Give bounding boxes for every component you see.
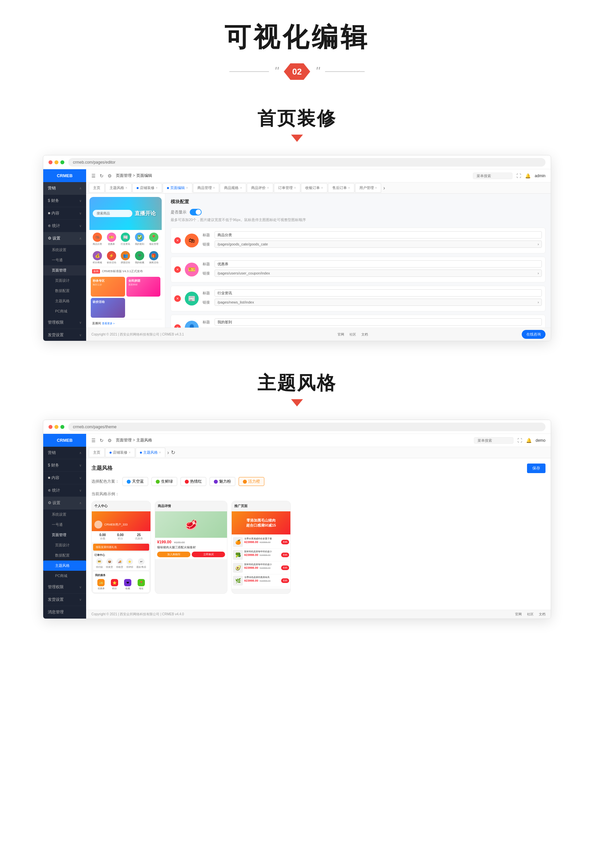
sidebar-sub-pc[interactable]: PC商城 (43, 306, 86, 316)
sidebar2-settings[interactable]: ⚙ 设置∧ (43, 497, 86, 509)
field-link-coupon[interactable]: /pages/users/user_coupon/index › (214, 270, 542, 277)
sidebar-sub-page-design[interactable]: 页面设计 (43, 276, 86, 286)
config-del-goods[interactable]: × (174, 237, 181, 244)
sidebar2-sub-page-design[interactable]: 页面设计 (43, 540, 86, 550)
tab-close-users[interactable]: × (375, 186, 377, 190)
dot-yellow-2[interactable] (55, 425, 58, 429)
more-link[interactable]: 查看更多 > (102, 322, 115, 325)
fullscreen-icon-2[interactable]: ⛶ (517, 438, 522, 443)
promo-btn-1[interactable]: 抢购 (281, 540, 289, 544)
sidebar2-sub-data-config[interactable]: 数据配置 (43, 550, 86, 561)
tab-orders[interactable]: 订单管理 × (274, 183, 300, 193)
tab-close-cashier[interactable]: × (321, 186, 323, 190)
tab-theme[interactable]: 主题风格 × (105, 183, 132, 193)
tab2-close-theme[interactable]: × (159, 451, 161, 454)
sidebar-item-content[interactable]: ■ 内容 ∨ (43, 207, 86, 220)
theme-option-blue[interactable]: 天空蓝 (123, 477, 148, 486)
theme-option-purple[interactable]: 魅力粉 (210, 477, 235, 486)
footer-link-docs[interactable]: 文档 (361, 332, 368, 337)
sidebar2-sub-pc[interactable]: PC商城 (43, 571, 86, 581)
tab2-refresh-icon[interactable]: ↻ (171, 449, 175, 456)
tab-goods-mgmt[interactable]: 商品管理 × (193, 183, 219, 193)
menu-icon-2[interactable]: ☰ (92, 438, 96, 443)
sidebar-item-stats[interactable]: ⊕ 统计 ∨ (43, 220, 86, 232)
menu-icon[interactable]: ☰ (92, 173, 96, 179)
sidebar-item-settings[interactable]: ⚙ 设置 ∧ (43, 232, 86, 245)
tab-close-goods[interactable]: × (213, 186, 215, 190)
sidebar2-messages[interactable]: 消息管理 (43, 606, 86, 619)
dot-red[interactable] (49, 160, 52, 164)
footer2-link-docs[interactable]: 文档 (539, 612, 545, 617)
toggle-show[interactable] (190, 209, 202, 216)
theme-option-green[interactable]: 生鲜绿 (151, 477, 177, 486)
tab-cashier[interactable]: 收银订单 × (301, 183, 327, 193)
tab-close-theme[interactable]: × (126, 186, 127, 190)
sidebar-sub-page-mgmt[interactable]: 页面管理 (43, 265, 86, 276)
theme-option-red[interactable]: 热情红 (180, 477, 206, 486)
phone-search[interactable]: 搜索商品 (93, 210, 132, 217)
sidebar-sub-data-config[interactable]: 数据配置 (43, 286, 86, 296)
sidebar-item-marketing[interactable]: 营销 ∧ (43, 182, 86, 195)
field-input-title3[interactable] (214, 289, 542, 297)
bell-icon[interactable]: 🔔 (525, 173, 530, 179)
dot-red-2[interactable] (49, 425, 52, 429)
toolbar-search[interactable] (473, 173, 513, 179)
config-del-coupon[interactable]: × (174, 266, 181, 273)
tab-close-spec[interactable]: × (240, 186, 242, 190)
tab-goods-spec[interactable]: 商品规格 × (220, 183, 246, 193)
promo-btn-2[interactable]: 抢购 (281, 553, 289, 557)
field-link-goods[interactable]: /pages/goods_cate/goods_cate › (214, 241, 542, 248)
sidebar2-stats[interactable]: ⊕ 统计∨ (43, 484, 86, 497)
tab2-home[interactable]: 主页 (89, 448, 105, 457)
sidebar-item-shipping[interactable]: 发货设置 ∨ (43, 329, 86, 341)
bell-icon-2[interactable]: 🔔 (526, 438, 532, 443)
sidebar2-finance[interactable]: $ 财务∨ (43, 459, 86, 472)
dot-green-2[interactable] (61, 425, 64, 429)
toolbar-search-2[interactable] (474, 437, 513, 444)
tab2-more-icon[interactable]: › (167, 450, 169, 456)
config-del-signin[interactable]: × (174, 324, 181, 328)
field-input-title1[interactable] (214, 231, 542, 239)
field-input-title2[interactable] (214, 260, 542, 267)
tab-close-store[interactable]: × (156, 186, 158, 190)
sidebar2-sub-yht[interactable]: 一号通 (43, 520, 86, 530)
sidebar2-sub-system[interactable]: 系统设置 (43, 509, 86, 520)
footer-link-official[interactable]: 官网 (338, 332, 344, 337)
footer-link-community[interactable]: 社区 (349, 332, 356, 337)
promo-btn-3[interactable]: 抢购 (281, 565, 289, 570)
tab-more-icon[interactable]: › (383, 185, 385, 191)
sidebar-sub-system[interactable]: 系统设置 (43, 245, 86, 255)
sidebar2-sub-theme[interactable]: 主题风格 (43, 561, 86, 571)
sidebar2-perms[interactable]: 管理权限∨ (43, 581, 86, 593)
sidebar2-marketing[interactable]: 营销∧ (43, 447, 86, 459)
theme-option-orange[interactable]: 活力橙 (239, 477, 264, 486)
tab2-theme[interactable]: 主题风格 × (136, 448, 165, 457)
config-del-news[interactable]: × (174, 295, 181, 302)
tab-goods-review[interactable]: 商品评价 × (247, 183, 273, 193)
sidebar-sub-theme[interactable]: 主题风格 (43, 296, 86, 306)
tab-close-orders[interactable]: × (294, 186, 296, 190)
dot-green[interactable] (61, 160, 64, 164)
tab-close-aftersale[interactable]: × (348, 186, 350, 190)
tab-home[interactable]: 主页 (89, 183, 105, 193)
sidebar-item-admin-perms[interactable]: 管理权限 ∨ (43, 316, 86, 329)
tab-close-review[interactable]: × (267, 186, 269, 190)
promo-btn-4[interactable]: 抢购 (281, 578, 289, 583)
refresh-icon[interactable]: ↻ (100, 173, 103, 179)
settings-icon-2[interactable]: ⚙ (108, 438, 112, 443)
tab-store[interactable]: 店铺装修 × (132, 183, 162, 193)
tab2-close-store[interactable]: × (129, 451, 131, 454)
pd-btn-buy[interactable]: 立即购买 (192, 552, 225, 557)
tab2-store[interactable]: 店铺装修 × (105, 448, 135, 457)
refresh-icon-2[interactable]: ↻ (100, 438, 103, 443)
settings-icon[interactable]: ⚙ (108, 173, 112, 179)
dot-yellow[interactable] (55, 160, 58, 164)
tab-users[interactable]: 用户管理 × (355, 183, 381, 193)
sidebar2-shipping[interactable]: 发货设置∨ (43, 593, 86, 606)
pd-btn-cart[interactable]: 加入购物车 (157, 552, 191, 557)
sidebar-sub-yht[interactable]: 一号通 (43, 255, 86, 265)
tab-aftersale[interactable]: 售后订单 × (328, 183, 355, 193)
tab-page-editor[interactable]: 页面编辑 × (163, 183, 192, 193)
footer2-link-community[interactable]: 社区 (527, 612, 533, 617)
online-btn[interactable]: 在线咨询 (522, 330, 545, 339)
